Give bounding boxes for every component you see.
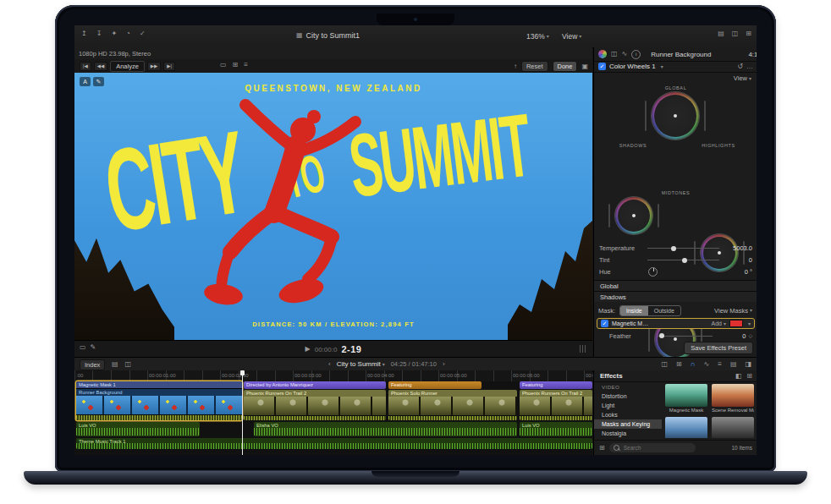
viewer-canvas[interactable]: QUEENSTOWN, NEW ZEALAND CITY TO SUMMIT [74, 73, 592, 340]
clip-phoenix-runners-2[interactable]: Phoenix Runners On Trail 2 [520, 390, 592, 420]
effect-magnetic-mask[interactable]: Magnetic Mask [665, 384, 707, 413]
solo-icon[interactable]: ≡ [718, 361, 722, 368]
effect-thumbnail[interactable] [712, 417, 754, 438]
effect-thumbnail[interactable] [665, 417, 707, 438]
mask-inside-button[interactable]: Inside [620, 306, 648, 315]
effects-search-field[interactable] [609, 443, 696, 452]
audio-inspector-icon[interactable]: ∿ [622, 51, 628, 58]
effect-row[interactable]: ✓ Color Wheels 1 ▾ ↺ … [594, 61, 757, 73]
step-back-icon[interactable]: ◀◀ [94, 62, 107, 72]
audio-clip-luis-vo-2[interactable]: Luis VO [520, 422, 592, 436]
effect-thumbnail[interactable] [665, 384, 707, 407]
feather-value[interactable]: 0 [717, 332, 746, 340]
info-inspector-icon[interactable]: i [631, 50, 641, 59]
text-tool-chip[interactable]: A [80, 77, 91, 86]
tool-palette-icon[interactable]: ◫ [125, 361, 132, 368]
timeline-ruler[interactable]: :00 00:00:01:00 00:00:02:00 00:00:03:00 … [74, 370, 592, 382]
effect-scene-removal-mask[interactable]: Scene Removal Mask [712, 384, 754, 413]
audio-clip-luis-vo-1[interactable]: Luis VO [76, 422, 200, 436]
music-clip-theme-track[interactable]: Theme Music Track 1 [76, 438, 592, 449]
index-button[interactable]: Index [80, 359, 105, 370]
category-distortion[interactable]: Distortion [594, 392, 662, 401]
step-forward-icon[interactable]: ▶▶ [147, 62, 161, 72]
temperature-slider[interactable] [647, 248, 719, 249]
playhead[interactable] [242, 370, 243, 455]
clip-filmstrip[interactable] [76, 396, 242, 414]
hue-value[interactable]: 0 ° [724, 268, 752, 276]
magnetic-mask-row[interactable]: ✓ Magnetic M… Add▾ ▾ [597, 318, 755, 329]
zoom-selector[interactable]: 136% ▾ [526, 32, 549, 41]
mask-inside-outside-segment[interactable]: Inside Outside [619, 305, 681, 316]
next-project-icon[interactable]: › [443, 361, 445, 368]
project-selector[interactable]: City to Summit▾ [337, 360, 385, 368]
skip-back-icon[interactable]: |◀ [80, 62, 91, 72]
brightness-slider[interactable] [645, 101, 647, 131]
analyze-button[interactable]: Analyze [110, 61, 145, 72]
clip-phoenix-solo-runner[interactable]: Phoenix Solo Runner [388, 390, 517, 420]
mask-outside-button[interactable]: Outside [648, 306, 680, 315]
tint-value[interactable]: 0 [724, 256, 752, 264]
clip-filmstrip[interactable] [520, 397, 592, 415]
clip-appearance-icon[interactable]: ▤ [112, 361, 118, 368]
keyframe-icon[interactable]: ◇ [748, 333, 752, 338]
wheel-control-point[interactable] [674, 114, 677, 118]
color-inspector-icon[interactable] [598, 50, 607, 58]
crop-tool-icon[interactable]: ▭ [220, 62, 227, 68]
snapping-magnet-icon[interactable]: ∩ [691, 361, 696, 368]
done-button[interactable]: Done [553, 61, 578, 72]
video-inspector-icon[interactable]: ◫ [611, 51, 618, 58]
duration-icon[interactable]: ◔ [126, 30, 130, 37]
filter-icon[interactable]: ⊞ [599, 445, 605, 452]
effect-item-4[interactable] [712, 417, 754, 438]
magnetic-mask-clip[interactable]: Magnetic Mask 1 [76, 381, 242, 389]
save-effects-preset-button[interactable]: Save Effects Preset [684, 342, 753, 354]
previous-project-icon[interactable]: ‹ [328, 361, 331, 368]
shadows-color-wheel[interactable] [615, 197, 652, 234]
play-button[interactable]: ▶ [305, 346, 311, 353]
feather-slider[interactable] [658, 336, 713, 337]
wheel-control-point[interactable] [632, 214, 636, 217]
search-input[interactable] [622, 444, 685, 452]
sidebar-toggle-icon[interactable]: ◧ [735, 373, 742, 380]
audio-meters[interactable] [580, 345, 586, 353]
title-clip-featuring-2[interactable]: Featuring [520, 381, 592, 389]
category-nostalgia[interactable]: Nostalgia [594, 429, 662, 438]
category-masks-and-keying[interactable]: Masks and Keying [594, 419, 662, 429]
media-import-icon[interactable]: ↥ [81, 30, 87, 37]
transitions-browser-icon[interactable]: ◨ [745, 361, 751, 368]
effect-enabled-checkbox[interactable]: ✓ [598, 63, 606, 70]
brightness-slider[interactable] [608, 204, 610, 227]
effects-browser-icon[interactable]: ▤ [730, 361, 737, 368]
title-clip-directed-by[interactable]: Directed by Antonio Manriquez [244, 381, 386, 389]
category-light[interactable]: Light [594, 401, 662, 410]
wheel-view-selector[interactable]: View▾ [734, 74, 751, 82]
grid-view-icon[interactable]: ⊞ [746, 373, 752, 380]
keying-icon[interactable]: ✦ [111, 30, 117, 37]
camera-snapshot-icon[interactable]: ▣ [581, 63, 588, 70]
temperature-value[interactable]: 5003.0 [724, 244, 752, 252]
clip-phoenix-runners-1[interactable]: Phoenix Runners On Trail 2 [244, 390, 386, 420]
browser-layout-icon[interactable]: ▤ [718, 30, 724, 37]
effect-thumbnail[interactable] [712, 384, 754, 407]
audio-skimming-icon[interactable]: ∿ [704, 361, 710, 368]
selected-clip-runner-background[interactable]: Magnetic Mask 1 Runner Background [76, 381, 242, 420]
section-global[interactable]: Global [594, 280, 757, 291]
background-tasks-icon[interactable]: ✓ [140, 30, 146, 37]
trim-tool-icon[interactable]: ◫ [661, 361, 668, 368]
effect-item-3[interactable] [665, 417, 707, 438]
more-options-icon[interactable]: … [746, 63, 753, 70]
view-selector[interactable]: View ▾ [562, 32, 581, 41]
inspector-toggle-icon[interactable]: ◫ [732, 30, 739, 37]
draw-tool-chip[interactable]: ✎ [93, 77, 104, 86]
mask-add-selector[interactable]: Add▾ [712, 320, 726, 326]
audio-clip-elisha-vo[interactable]: Elisha VO [254, 422, 517, 436]
mask-enabled-checkbox[interactable]: ✓ [601, 320, 608, 327]
download-icon[interactable]: ↧ [96, 30, 102, 37]
section-shadows[interactable]: Shadows [594, 291, 757, 302]
title-clip-featuring-1[interactable]: Featuring [388, 381, 482, 389]
share-icon[interactable]: ↑ [514, 63, 517, 70]
saturation-slider[interactable] [658, 204, 659, 227]
overlay-options-icon[interactable]: ≡ [244, 62, 248, 68]
transform-tool-icon[interactable]: ⊞ [233, 62, 239, 68]
global-color-wheel[interactable] [652, 92, 699, 140]
